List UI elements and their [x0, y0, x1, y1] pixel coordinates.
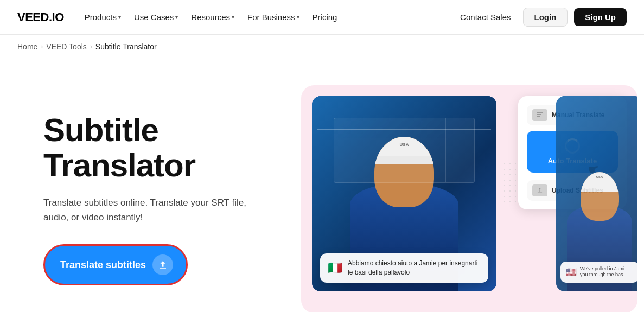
italian-flag-icon: 🇮🇹: [328, 261, 342, 275]
hero-description: Translate subtitles online. Translate yo…: [43, 196, 271, 225]
svg-rect-1: [537, 114, 541, 115]
chevron-down-icon: ▾: [297, 14, 299, 20]
net-grid: [334, 118, 475, 183]
nav-links: Products ▾ Use Cases ▾ Resources ▾ For B…: [79, 8, 450, 26]
english-subtitle-text: We've pulled in Jami you through the bas: [580, 266, 633, 278]
english-subtitle-bar: 🇺🇸 We've pulled in Jami you through the …: [560, 262, 637, 283]
breadcrumb-separator-2: ›: [90, 43, 92, 50]
nav-item-for-business[interactable]: For Business ▾: [242, 8, 305, 26]
page-title: Subtitle Translator: [43, 113, 271, 183]
secondary-hat-text: USA: [596, 175, 603, 179]
svg-rect-0: [537, 112, 543, 113]
net-grid-lines: [334, 118, 474, 182]
italian-subtitle-bar: 🇮🇹 Abbiamo chiesto aiuto a Jamie per ins…: [320, 253, 488, 283]
hero-right: USA: [304, 85, 627, 312]
mockup-background: USA: [301, 85, 637, 312]
nav-right: Contact Sales Login Sign Up: [455, 8, 627, 27]
cta-label: Translate subtitles: [60, 259, 146, 271]
nav-item-resources[interactable]: Resources ▾: [186, 8, 240, 26]
login-button[interactable]: Login: [523, 8, 568, 27]
breadcrumb-current: Subtitle Translator: [95, 42, 157, 51]
navbar: VEED.IO Products ▾ Use Cases ▾ Resources…: [0, 0, 644, 35]
cta-wrapper: Translate subtitles: [43, 244, 188, 285]
chevron-down-icon: ▾: [232, 14, 234, 20]
nav-item-products[interactable]: Products ▾: [79, 8, 126, 26]
hero-section: Subtitle Translator Translate subtitles …: [0, 59, 644, 312]
manual-translate-icon: [532, 109, 547, 121]
main-video-panel: USA: [312, 96, 496, 291]
svg-rect-2: [537, 116, 540, 117]
upload-icon: [152, 254, 173, 275]
secondary-hat: USA: [581, 172, 619, 192]
italian-subtitle-text: Abbiamo chiesto aiuto a Jamie per insegn…: [348, 259, 481, 277]
nav-item-use-cases[interactable]: Use Cases ▾: [129, 8, 183, 26]
contact-sales-link[interactable]: Contact Sales: [455, 8, 516, 26]
us-flag-icon: 🇺🇸: [566, 267, 577, 277]
upload-subtitles-icon: [532, 184, 547, 196]
breadcrumb-separator: ›: [41, 43, 43, 50]
hero-left: Subtitle Translator Translate subtitles …: [43, 113, 271, 285]
chevron-down-icon: ▾: [175, 14, 178, 20]
breadcrumb: Home › VEED Tools › Subtitle Translator: [0, 35, 644, 59]
translate-subtitles-button[interactable]: Translate subtitles: [43, 244, 188, 285]
nav-item-pricing[interactable]: Pricing: [307, 8, 343, 26]
secondary-video-panel: USA 🇺🇸 We've pulled in Jami you through …: [556, 96, 637, 291]
chevron-down-icon: ▾: [118, 14, 121, 20]
breadcrumb-home[interactable]: Home: [17, 42, 37, 51]
secondary-face: USA: [581, 172, 619, 221]
breadcrumb-veed-tools[interactable]: VEED Tools: [46, 42, 86, 51]
signup-button[interactable]: Sign Up: [574, 8, 627, 26]
logo[interactable]: VEED.IO: [17, 10, 64, 24]
